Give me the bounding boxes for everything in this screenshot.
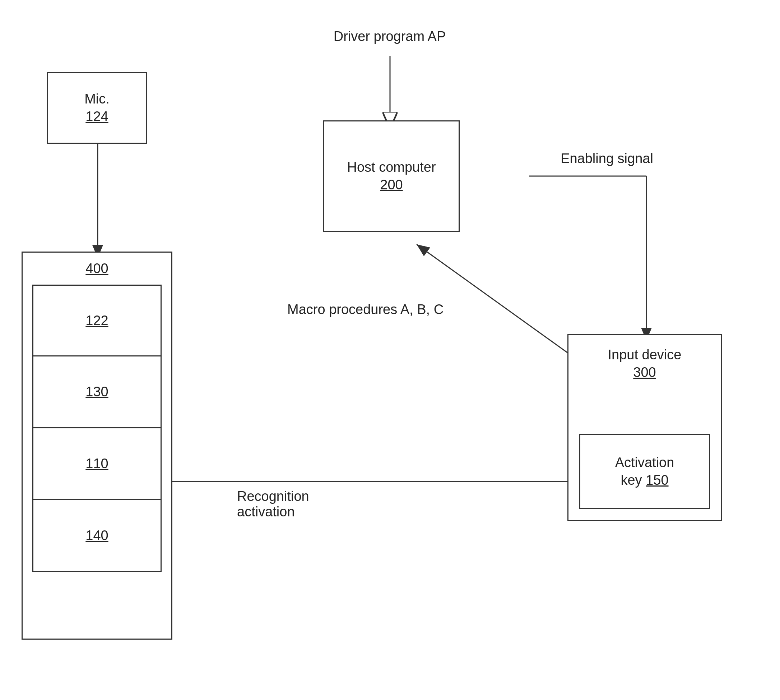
- box-110: 110: [32, 428, 161, 500]
- recognition-activation-label: Recognitionactivation: [237, 489, 381, 520]
- activation-key-label: Activation key 150: [615, 454, 674, 490]
- driver-program-label: Driver program AP: [305, 29, 474, 44]
- box-400-label: 400: [85, 260, 108, 277]
- box-140-label: 140: [85, 527, 108, 544]
- box-140: 140: [32, 500, 161, 572]
- activation-key-box: Activation key 150: [579, 434, 710, 509]
- host-computer-label: Host computer 200: [347, 158, 436, 194]
- box-130-label: 130: [85, 383, 108, 401]
- box-110-label: 110: [85, 455, 108, 473]
- box-400: 400 122 130 110 140: [22, 252, 172, 640]
- host-computer-box: Host computer 200: [323, 120, 460, 232]
- box-122-label: 122: [85, 312, 108, 330]
- input-device-label: Input device 300: [569, 346, 721, 382]
- box-122: 122: [32, 285, 161, 357]
- mic-label: Mic. 124: [85, 90, 110, 126]
- input-device-box: Input device 300 Activation key 150: [567, 334, 722, 521]
- diagram: Mic. 124 Driver program AP Host computer…: [0, 0, 780, 700]
- mic-box: Mic. 124: [47, 72, 147, 144]
- macro-procedures-label: Macro procedures A, B, C: [287, 302, 503, 317]
- box-130: 130: [32, 357, 161, 428]
- enabling-signal-label: Enabling signal: [535, 151, 679, 167]
